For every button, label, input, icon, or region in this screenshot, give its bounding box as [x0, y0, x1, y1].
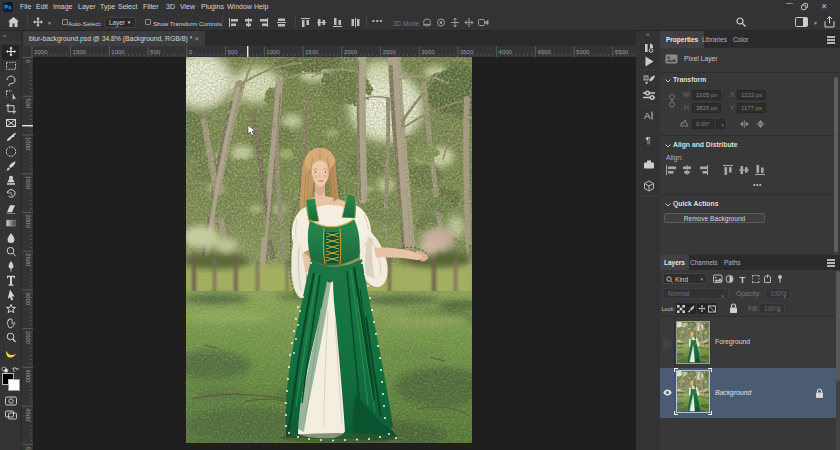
svg-text:3500: 3500 [460, 49, 474, 55]
svg-text:A: A [644, 110, 651, 121]
svg-text:2500: 2500 [25, 253, 31, 267]
svg-text:5000: 5000 [576, 49, 590, 55]
svg-text:500: 500 [150, 49, 161, 55]
svg-text:4500: 4500 [537, 49, 551, 55]
svg-text:2000: 2000 [344, 49, 358, 55]
svg-text:500: 500 [25, 98, 31, 109]
svg-text:4000: 4000 [499, 49, 513, 55]
svg-text:4500: 4500 [25, 408, 31, 422]
svg-text:1500: 1500 [25, 176, 31, 190]
svg-text:T: T [740, 274, 746, 285]
svg-text:¶: ¶ [646, 134, 651, 145]
svg-text:1000: 1000 [111, 49, 125, 55]
svg-text:3500: 3500 [25, 331, 31, 345]
svg-text:1500: 1500 [73, 49, 87, 55]
svg-text:500: 500 [228, 49, 239, 55]
svg-text:4000: 4000 [25, 369, 31, 383]
svg-text:3000: 3000 [421, 49, 435, 55]
svg-text:3000: 3000 [25, 292, 31, 306]
svg-text:2000: 2000 [25, 214, 31, 228]
svg-text:2500: 2500 [382, 49, 396, 55]
svg-text:1000: 1000 [25, 137, 31, 151]
svg-text:2000: 2000 [34, 49, 48, 55]
svg-text:1000: 1000 [266, 49, 280, 55]
svg-text:1500: 1500 [305, 49, 319, 55]
svg-text:5500: 5500 [615, 49, 629, 55]
